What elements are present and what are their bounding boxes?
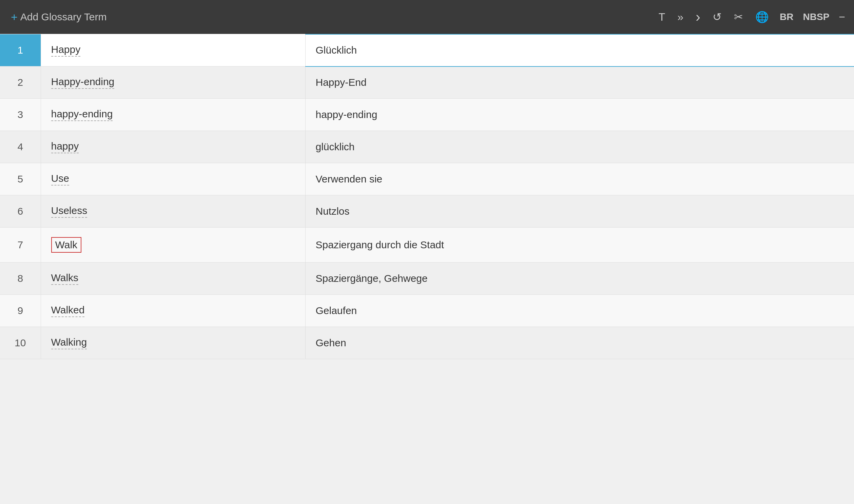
term-text: Use (51, 173, 69, 185)
translation-cell[interactable]: happy-ending (305, 99, 854, 131)
table-row[interactable]: 1HappyGlücklich (0, 34, 854, 67)
term-cell[interactable]: Use (41, 163, 305, 195)
row-number: 2 (0, 67, 41, 99)
term-cell[interactable]: Happy (41, 34, 305, 67)
forward-fast-icon[interactable]: » (674, 9, 687, 25)
translation-cell[interactable]: Glücklich (305, 34, 854, 67)
row-number: 5 (0, 163, 41, 195)
toolbar: + Add Glossary Term T » › ↺ ✂ 🌐 BR NBSP … (0, 0, 854, 34)
term-cell[interactable]: Walking (41, 327, 305, 359)
row-number: 7 (0, 228, 41, 263)
translation-cell[interactable]: Gelaufen (305, 295, 854, 327)
forward-icon[interactable]: › (692, 7, 704, 27)
globe-icon[interactable]: 🌐 (752, 8, 772, 25)
term-text: Useless (51, 205, 88, 218)
table-row[interactable]: 7WalkSpaziergang durch die Stadt (0, 228, 854, 263)
table-row[interactable]: 3happy-endinghappy-ending (0, 99, 854, 131)
row-number: 6 (0, 195, 41, 228)
table-row[interactable]: 4happyglücklich (0, 131, 854, 163)
term-cell[interactable]: happy (41, 131, 305, 163)
row-number: 10 (0, 327, 41, 359)
glossary-table: 1HappyGlücklich2Happy-endingHappy-End3ha… (0, 34, 854, 359)
undo-icon[interactable]: ↺ (709, 8, 725, 25)
table-row[interactable]: 6UselessNutzlos (0, 195, 854, 228)
table-row[interactable]: 9WalkedGelaufen (0, 295, 854, 327)
row-number: 1 (0, 34, 41, 67)
term-cell[interactable]: Happy-ending (41, 67, 305, 99)
row-number: 3 (0, 99, 41, 131)
nbsp-label[interactable]: NBSP (801, 12, 832, 22)
add-glossary-term-button[interactable]: + Add Glossary Term (7, 8, 111, 26)
add-glossary-term-label: Add Glossary Term (20, 11, 107, 23)
translation-cell[interactable]: Verwenden sie (305, 163, 854, 195)
term-text: Walked (51, 304, 85, 317)
minus-icon[interactable]: − (837, 11, 847, 23)
table-row[interactable]: 10WalkingGehen (0, 327, 854, 359)
translation-cell[interactable]: Gehen (305, 327, 854, 359)
term-cell[interactable]: Walk (41, 228, 305, 263)
term-cell[interactable]: Useless (41, 195, 305, 228)
row-number: 8 (0, 263, 41, 295)
table-row[interactable]: 5UseVerwenden sie (0, 163, 854, 195)
translation-cell[interactable]: glücklich (305, 131, 854, 163)
translation-cell[interactable]: Happy-End (305, 67, 854, 99)
translation-cell[interactable]: Nutzlos (305, 195, 854, 228)
term-text: Happy (51, 44, 81, 57)
translation-cell[interactable]: Spaziergang durch die Stadt (305, 228, 854, 263)
term-text: Walks (51, 272, 79, 285)
term-text: Happy-ending (51, 76, 115, 89)
translation-cell[interactable]: Spaziergänge, Gehwege (305, 263, 854, 295)
add-icon: + (11, 11, 18, 24)
term-text: Walking (51, 337, 87, 349)
term-text: happy-ending (51, 108, 113, 121)
term-cell[interactable]: Walked (41, 295, 305, 327)
row-number: 9 (0, 295, 41, 327)
term-text: Walk (51, 237, 82, 253)
term-cell[interactable]: happy-ending (41, 99, 305, 131)
br-label[interactable]: BR (778, 12, 795, 22)
text-icon[interactable]: T (655, 9, 669, 25)
term-text: happy (51, 140, 79, 153)
table-row[interactable]: 8WalksSpaziergänge, Gehwege (0, 263, 854, 295)
term-cell[interactable]: Walks (41, 263, 305, 295)
row-number: 4 (0, 131, 41, 163)
table-row[interactable]: 2Happy-endingHappy-End (0, 67, 854, 99)
scissors-icon[interactable]: ✂ (730, 8, 746, 25)
